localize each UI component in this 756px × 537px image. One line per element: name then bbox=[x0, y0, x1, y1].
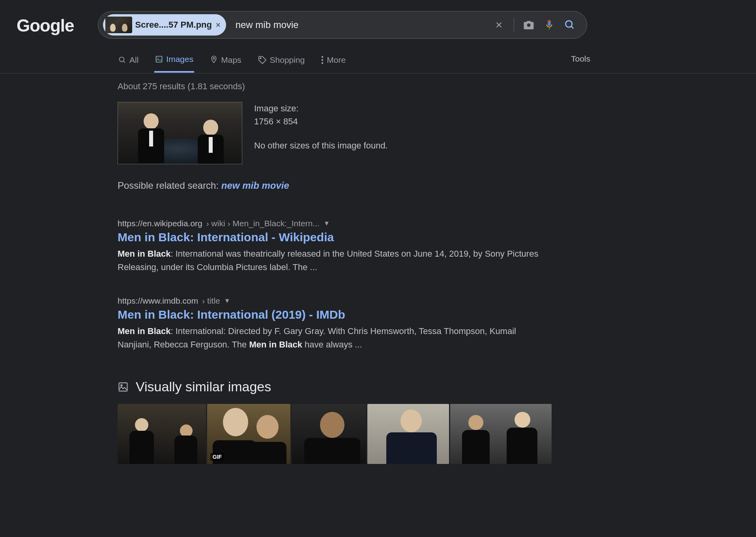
no-other-sizes: No other sizes of this image found. bbox=[254, 139, 388, 152]
more-icon bbox=[321, 56, 324, 64]
similar-image[interactable] bbox=[118, 404, 206, 464]
svg-point-6 bbox=[157, 58, 159, 59]
mic-icon[interactable] bbox=[543, 19, 555, 31]
tab-more-label: More bbox=[327, 55, 346, 65]
divider bbox=[514, 18, 514, 32]
image-size-label: Image size: bbox=[254, 102, 388, 115]
similar-image[interactable] bbox=[450, 404, 552, 464]
result-title[interactable]: Men in Black: International - Wikipedia bbox=[118, 231, 552, 244]
related-search: Possible related search: new mib movie bbox=[118, 180, 552, 191]
similar-image[interactable]: GIF bbox=[207, 404, 290, 464]
svg-line-2 bbox=[571, 26, 573, 29]
svg-rect-12 bbox=[119, 383, 127, 391]
result-cite[interactable]: https://en.wikipedia.org › wiki › Men_in… bbox=[118, 219, 552, 228]
tab-all-label: All bbox=[129, 55, 138, 65]
search-bar: Scree....57 PM.png × × bbox=[98, 11, 587, 39]
cite-dropdown-icon[interactable]: ▼ bbox=[224, 297, 230, 304]
result-cite[interactable]: https://www.imdb.com › title ▼ bbox=[118, 296, 552, 306]
search-input[interactable] bbox=[226, 19, 493, 30]
chip-thumbnail bbox=[105, 17, 132, 33]
visually-similar-heading: Visually similar images bbox=[136, 379, 271, 394]
images-icon bbox=[155, 55, 163, 63]
similar-images-row: GIF bbox=[118, 404, 552, 464]
cite-domain: https://en.wikipedia.org bbox=[118, 219, 202, 228]
result-snippet: Men in Black: International: Directed by… bbox=[118, 325, 552, 351]
chip-filename: Scree....57 PM.png bbox=[135, 20, 212, 30]
svg-point-9 bbox=[322, 56, 323, 58]
svg-point-8 bbox=[260, 58, 261, 59]
gif-badge: GIF bbox=[210, 453, 224, 461]
cite-dropdown-icon[interactable]: ▼ bbox=[324, 220, 330, 227]
svg-point-10 bbox=[322, 59, 323, 61]
tab-all[interactable]: All bbox=[118, 51, 139, 73]
cite-domain: https://www.imdb.com bbox=[118, 296, 198, 306]
tab-more[interactable]: More bbox=[320, 51, 346, 73]
similar-image[interactable] bbox=[367, 404, 449, 464]
svg-point-7 bbox=[213, 58, 215, 59]
cite-path: › title bbox=[202, 296, 220, 306]
source-image[interactable] bbox=[118, 102, 242, 164]
tab-maps-label: Maps bbox=[221, 55, 241, 65]
tab-shopping-label: Shopping bbox=[270, 55, 305, 65]
related-label: Possible related search: bbox=[118, 180, 221, 191]
result-snippet: Men in Black: International was theatric… bbox=[118, 247, 552, 274]
related-link[interactable]: new mib movie bbox=[221, 180, 289, 191]
clear-icon[interactable]: × bbox=[493, 19, 505, 31]
chip-remove-icon[interactable]: × bbox=[216, 21, 221, 30]
similar-image[interactable] bbox=[292, 404, 366, 464]
cite-path: › wiki › Men_in_Black:_Intern... bbox=[206, 219, 320, 228]
svg-rect-5 bbox=[156, 56, 162, 62]
search-result: https://en.wikipedia.org › wiki › Men_in… bbox=[118, 219, 552, 274]
tabs-divider bbox=[0, 73, 756, 73]
pin-icon bbox=[210, 55, 218, 65]
svg-point-11 bbox=[322, 62, 323, 64]
result-stats: About 275 results (1.81 seconds) bbox=[118, 81, 552, 92]
tools-button[interactable]: Tools bbox=[571, 54, 590, 69]
tab-shopping[interactable]: Shopping bbox=[257, 51, 306, 73]
search-icon[interactable] bbox=[564, 19, 576, 31]
search-result: https://www.imdb.com › title ▼ Men in Bl… bbox=[118, 296, 552, 351]
tab-images[interactable]: Images bbox=[154, 51, 194, 73]
tag-icon bbox=[258, 56, 267, 64]
image-size-value: 1756 × 854 bbox=[254, 115, 388, 128]
image-chip[interactable]: Scree....57 PM.png × bbox=[103, 14, 226, 36]
svg-point-1 bbox=[565, 21, 572, 27]
search-small-icon bbox=[118, 56, 126, 64]
svg-point-3 bbox=[120, 57, 124, 62]
camera-icon[interactable] bbox=[523, 19, 535, 31]
images-outline-icon bbox=[118, 381, 129, 392]
svg-rect-0 bbox=[549, 27, 550, 30]
tab-maps[interactable]: Maps bbox=[209, 51, 242, 73]
svg-line-4 bbox=[124, 61, 125, 63]
svg-point-13 bbox=[121, 385, 122, 386]
tab-images-label: Images bbox=[166, 54, 193, 64]
result-title[interactable]: Men in Black: International (2019) - IMD… bbox=[118, 308, 552, 321]
google-logo[interactable]: Google bbox=[17, 14, 74, 36]
